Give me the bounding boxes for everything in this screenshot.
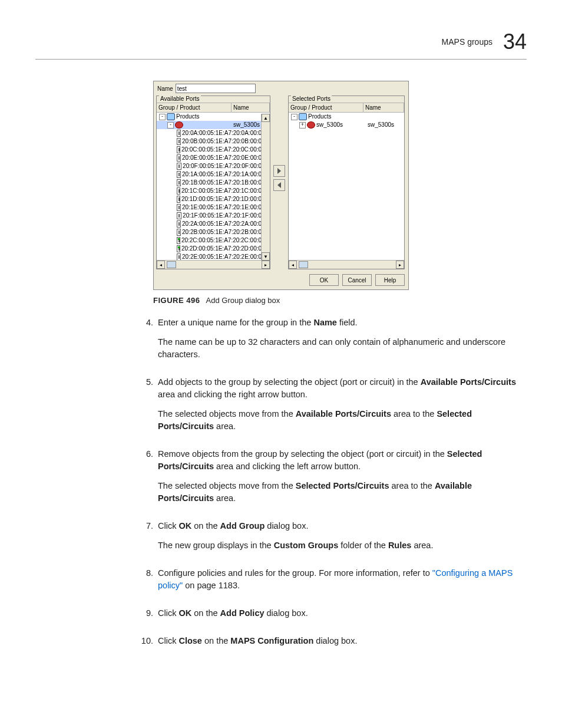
col-name[interactable]: Name [363, 103, 404, 112]
scroll-thumb[interactable] [299, 261, 308, 268]
available-ports-title: Available Ports [159, 95, 201, 102]
header-title: MAPS groups [442, 37, 492, 47]
port-label: 20:1A:00:05:1E:A7:20:1A:00:05:1 [182, 170, 270, 179]
port-label: 20:1C:00:05:1E:A7:20:1C:00:05:1 [181, 187, 270, 195]
step-number: 10. [137, 635, 158, 654]
chevron-right-icon [276, 168, 282, 174]
port-row[interactable]: 20:2C:00:05:1E:A7:20:2C:00:05:1 [157, 236, 270, 245]
tree-products-node[interactable]: - Products [157, 113, 270, 121]
port-label: 20:0C:00:05:1E:A7:20:0C:00:05:1 [181, 146, 270, 154]
port-row[interactable]: 20:0F:00:05:1E:A7:20:0F:00:05:1 [157, 162, 270, 170]
port-icon [177, 237, 180, 244]
products-icon [167, 113, 175, 120]
chapter-number: 34 [503, 29, 527, 54]
collapse-icon[interactable]: - [291, 114, 297, 120]
step-number: 5. [137, 376, 158, 440]
scroll-right-icon[interactable]: ▸ [262, 261, 270, 269]
port-row[interactable]: 20:0B:00:05:1E:A7:20:0B:00:05:1 [157, 137, 270, 146]
selected-ports-title: Selected Ports [291, 95, 332, 102]
switch-icon [307, 121, 315, 129]
products-icon [299, 113, 307, 120]
selected-ports-panel: Selected Ports Group / Product Name - Pr… [288, 95, 405, 269]
port-icon [177, 196, 180, 203]
expand-icon[interactable]: + [299, 122, 306, 129]
port-label: 20:1D:00:05:1E:A7:20:1D:00:05:1 [181, 195, 270, 203]
instruction-list: 4. Enter a unique name for the group in … [137, 317, 527, 654]
port-icon [177, 146, 180, 153]
scroll-right-icon[interactable]: ▸ [396, 261, 404, 269]
port-icon [177, 204, 181, 211]
port-row[interactable]: 20:2D:00:05:1E:A7:20:2D:00:05:1 [157, 245, 270, 253]
figure-caption: FIGURE 496 Add Group dialog box [153, 296, 527, 305]
vertical-scrollbar[interactable]: ▲ ▼ [261, 114, 270, 261]
port-label: 20:1B:00:05:1E:A7:20:1B:00:05:1 [182, 179, 270, 187]
add-group-dialog: Name Available Ports Group / Product Nam… [153, 81, 409, 290]
port-icon [177, 220, 181, 228]
figure-text: Add Group dialog box [206, 296, 280, 305]
ok-button[interactable]: OK [309, 274, 339, 286]
step-number: 7. [137, 520, 158, 559]
port-label: 20:1E:00:05:1E:A7:20:1E:00:05:1 [182, 203, 270, 212]
step-number: 9. [137, 607, 158, 627]
port-row[interactable]: 20:1B:00:05:1E:A7:20:1B:00:05:1 [157, 179, 270, 187]
port-icon [177, 229, 181, 236]
port-icon [177, 171, 181, 178]
port-row[interactable]: 20:0C:00:05:1E:A7:20:0C:00:05:1 [157, 146, 270, 154]
switch-icon [175, 121, 183, 129]
col-group-product[interactable]: Group / Product [157, 103, 232, 112]
step-number: 8. [137, 567, 158, 599]
port-icon [177, 212, 181, 219]
port-row[interactable]: 20:2B:00:05:1E:A7:20:2B:00:05:1 [157, 228, 270, 236]
col-name[interactable]: Name [232, 103, 270, 112]
collapse-icon[interactable]: - [159, 114, 166, 120]
port-row[interactable]: 20:0A:00:05:1E:A7:20:0A:00:05:1 [157, 129, 270, 137]
col-group-product[interactable]: Group / Product [289, 103, 363, 112]
horizontal-scrollbar[interactable]: ◂ ▸ [289, 260, 404, 269]
port-label: 20:2A:00:05:1E:A7:20:2A:00:05:1 [182, 220, 270, 228]
port-row[interactable]: 20:1D:00:05:1E:A7:20:1D:00:05:1 [157, 195, 270, 203]
port-label: 20:2D:00:05:1E:A7:20:2D:00:05:1 [181, 245, 270, 253]
port-row[interactable]: 20:1A:00:05:1E:A7:20:1A:00:05:1 [157, 170, 270, 179]
switch-label: sw_5300s [316, 121, 343, 129]
port-icon [177, 179, 181, 186]
port-icon [177, 138, 181, 145]
port-icon [177, 130, 181, 137]
tree-switch-node[interactable]: - sw_5300s sw_5300s [157, 121, 270, 129]
figure-number: FIGURE 496 [153, 296, 200, 305]
chevron-left-icon [276, 182, 282, 188]
tree-switch-node[interactable]: + sw_5300s sw_5300s [289, 121, 404, 129]
name-field[interactable] [176, 84, 256, 93]
move-left-button[interactable] [273, 179, 285, 191]
port-row[interactable]: 20:1E:00:05:1E:A7:20:1E:00:05:1 [157, 203, 270, 212]
port-icon [177, 245, 180, 252]
scroll-up-icon[interactable]: ▲ [262, 114, 270, 122]
port-label: 20:0B:00:05:1E:A7:20:0B:00:05:1 [182, 137, 270, 146]
move-right-button[interactable] [273, 165, 285, 177]
port-icon [177, 253, 181, 260]
scroll-down-icon[interactable]: ▼ [262, 252, 270, 261]
port-icon [177, 163, 181, 170]
port-label: 20:0E:00:05:1E:A7:20:0E:00:05:1 [182, 154, 270, 162]
step-number: 6. [137, 448, 158, 512]
port-label: 20:1F:00:05:1E:A7:20:1F:00:05:1 [183, 212, 270, 220]
cancel-button[interactable]: Cancel [342, 274, 372, 286]
horizontal-scrollbar[interactable]: ◂ ▸ [157, 260, 270, 269]
tree-products-node[interactable]: - Products [289, 113, 404, 121]
port-row[interactable]: 20:2A:00:05:1E:A7:20:2A:00:05:1 [157, 220, 270, 228]
scroll-thumb[interactable] [167, 261, 176, 268]
port-label: 20:2E:00:05:1E:A7:20:2E:00:05:1 [182, 253, 270, 260]
switch-name: sw_5300s [368, 121, 404, 129]
scroll-left-icon[interactable]: ◂ [157, 261, 165, 269]
port-row[interactable]: 20:0E:00:05:1E:A7:20:0E:00:05:1 [157, 154, 270, 162]
port-row[interactable]: 20:2E:00:05:1E:A7:20:2E:00:05:1 [157, 253, 270, 260]
step-number: 4. [137, 317, 158, 368]
help-button[interactable]: Help [375, 274, 405, 286]
port-label: 20:2B:00:05:1E:A7:20:2B:00:05:1 [182, 228, 270, 236]
port-row[interactable]: 20:1C:00:05:1E:A7:20:1C:00:05:1 [157, 187, 270, 195]
scroll-left-icon[interactable]: ◂ [289, 261, 297, 269]
page-header: MAPS groups 34 [35, 29, 527, 54]
port-icon [177, 187, 180, 195]
port-row[interactable]: 20:1F:00:05:1E:A7:20:1F:00:05:1 [157, 212, 270, 220]
collapse-icon[interactable]: - [167, 122, 174, 129]
port-icon [177, 154, 181, 162]
